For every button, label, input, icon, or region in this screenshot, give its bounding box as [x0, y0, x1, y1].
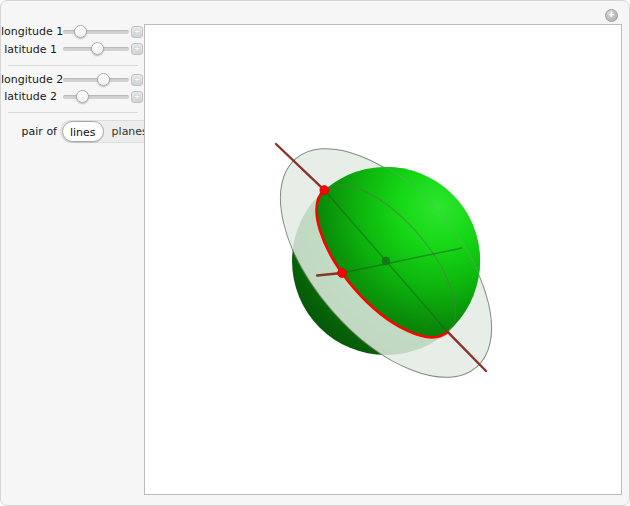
longitude-2-stepper-button[interactable]: +: [131, 74, 143, 86]
latitude-2-label: latitude 2: [1, 90, 57, 103]
latitude-1-label: latitude 1: [1, 43, 57, 56]
pair-of-label: pair of: [1, 125, 57, 138]
latitude-1-slider[interactable]: [63, 47, 129, 51]
pair-of-option-lines[interactable]: lines: [62, 121, 104, 142]
plus-icon: +: [134, 75, 140, 85]
latitude-2-row: latitude 2 +: [1, 88, 144, 104]
plus-icon: +: [134, 92, 140, 102]
plus-icon: +: [134, 27, 140, 37]
latitude-1-row: latitude 1 +: [1, 41, 144, 57]
plus-icon: +: [134, 44, 140, 54]
point-1-marker: [320, 186, 329, 195]
longitude-2-label: longitude 2: [1, 73, 57, 86]
expand-plus-badge-button[interactable]: +: [605, 9, 618, 22]
latitude-1-stepper-button[interactable]: +: [131, 43, 143, 55]
longitude-1-slider-thumb[interactable]: [74, 25, 87, 38]
longitude-1-row: longitude 1 +: [1, 23, 144, 39]
plus-icon: +: [609, 10, 615, 20]
sphere-plane-3d-graphic[interactable]: [145, 25, 621, 494]
longitude-1-stepper-button[interactable]: +: [131, 26, 143, 38]
latitude-2-slider-thumb[interactable]: [76, 90, 89, 103]
longitude-1-slider[interactable]: [63, 30, 129, 34]
sphere-center-dot: [382, 257, 390, 265]
pair-of-row: pair of lines planes: [1, 120, 144, 143]
sidebar-divider: [8, 112, 138, 113]
latitude-1-slider-thumb[interactable]: [91, 42, 104, 55]
latitude-2-slider[interactable]: [63, 95, 129, 99]
latitude-2-stepper-button[interactable]: +: [131, 91, 143, 103]
graphics-panel: [144, 24, 622, 495]
longitude-2-slider[interactable]: [63, 78, 129, 82]
demonstration-window: longitude 1 + latitude 1 + longitude 2: [0, 0, 630, 506]
sidebar-divider: [8, 65, 138, 66]
point-2-marker: [338, 269, 347, 278]
longitude-1-label: longitude 1: [1, 25, 57, 38]
longitude-2-slider-thumb[interactable]: [97, 73, 110, 86]
longitude-2-row: longitude 2 +: [1, 71, 144, 87]
